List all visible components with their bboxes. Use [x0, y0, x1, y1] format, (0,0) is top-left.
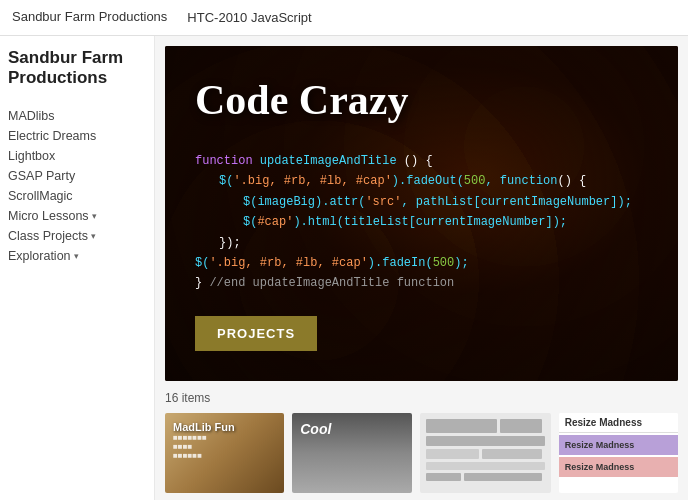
- sidebar-link-madlibs[interactable]: MADlibs: [8, 109, 146, 123]
- hero-banner: Code Crazy function updateImageAndTitle …: [165, 46, 678, 381]
- sidebar-item-micro-lessons[interactable]: Micro Lessons ▾: [8, 209, 146, 223]
- sidebar-link-lightbox[interactable]: Lightbox: [8, 149, 146, 163]
- hero-title: Code Crazy: [195, 76, 408, 124]
- sidebar-brand: Sandbur FarmProductions: [8, 48, 146, 89]
- sidebar-label-electric-dreams: Electric Dreams: [8, 129, 96, 143]
- code-line-5: });: [195, 233, 632, 253]
- sidebar-label-madlibs: MADlibs: [8, 109, 55, 123]
- sidebar-item-scrollmagic[interactable]: ScrollMagic: [8, 189, 146, 203]
- thumb-layout-block: [426, 473, 462, 481]
- thumb-layout-row-4: [426, 462, 545, 470]
- code-line-6: $('.big, #rb, #lb, #cap').fadeIn(500);: [195, 253, 632, 273]
- thumb-layout-block: [426, 462, 545, 470]
- main-layout: Sandbur FarmProductions MADlibs Electric…: [0, 36, 688, 500]
- projects-button[interactable]: PROJECTS: [195, 316, 317, 351]
- sidebar-item-class-projects[interactable]: Class Projects ▾: [8, 229, 146, 243]
- sidebar-link-electric-dreams[interactable]: Electric Dreams: [8, 129, 146, 143]
- thumb-layout-row-3: [426, 449, 545, 459]
- sidebar-link-exploration[interactable]: Exploration ▾: [8, 249, 146, 263]
- exploration-dropdown-arrow: ▾: [74, 251, 79, 261]
- thumb-layout[interactable]: [420, 413, 551, 493]
- thumb-madlib[interactable]: MadLib Fun ■■■■■■■■■■■■■■■■■: [165, 413, 284, 493]
- thumb-resize-bar1: Resize Madness: [559, 435, 678, 455]
- micro-lessons-dropdown-arrow: ▾: [92, 211, 97, 221]
- content-area: Code Crazy function updateImageAndTitle …: [155, 36, 688, 500]
- sidebar-link-gsap-party[interactable]: GSAP Party: [8, 169, 146, 183]
- sidebar-label-gsap-party: GSAP Party: [8, 169, 75, 183]
- code-line-4: $(#cap').html(titleList[currentImageNumb…: [195, 212, 632, 232]
- sidebar-link-micro-lessons[interactable]: Micro Lessons ▾: [8, 209, 146, 223]
- sidebar-item-electric-dreams[interactable]: Electric Dreams: [8, 129, 146, 143]
- sidebar-label-scrollmagic: ScrollMagic: [8, 189, 73, 203]
- sidebar-link-class-projects[interactable]: Class Projects ▾: [8, 229, 146, 243]
- sidebar-link-scrollmagic[interactable]: ScrollMagic: [8, 189, 146, 203]
- header-site-name: Sandbur Farm Productions: [12, 9, 167, 26]
- class-projects-dropdown-arrow: ▾: [91, 231, 96, 241]
- thumb-layout-row-5: [426, 473, 545, 481]
- thumb-madlib-title: MadLib Fun: [173, 421, 235, 433]
- thumb-madlib-subtitle: ■■■■■■■■■■■■■■■■■: [173, 433, 207, 460]
- thumb-cool-title: Cool: [300, 421, 331, 437]
- thumb-resize[interactable]: Resize Madness Resize Madness Resize Mad…: [559, 413, 678, 493]
- sidebar-label-lightbox: Lightbox: [8, 149, 55, 163]
- thumb-cool[interactable]: Cool: [292, 413, 411, 493]
- code-line-2: $('.big, #rb, #lb, #cap').fadeOut(500, f…: [195, 171, 632, 191]
- header: Sandbur Farm Productions HTC-2010 JavaSc…: [0, 0, 688, 36]
- thumb-layout-block: [426, 449, 480, 459]
- sidebar-item-lightbox[interactable]: Lightbox: [8, 149, 146, 163]
- hero-code-block: function updateImageAndTitle () { $('.bi…: [195, 151, 632, 294]
- sidebar-item-gsap-party[interactable]: GSAP Party: [8, 169, 146, 183]
- site-name-text: Sandbur Farm Productions: [12, 9, 167, 24]
- sidebar-label-exploration: Exploration: [8, 249, 71, 263]
- sidebar-label-micro-lessons: Micro Lessons: [8, 209, 89, 223]
- thumb-resize-header: Resize Madness: [559, 413, 678, 433]
- items-count: 16 items: [165, 391, 678, 405]
- code-line-3: $(imageBig).attr('src', pathList[current…: [195, 192, 632, 212]
- thumb-layout-block: [464, 473, 542, 481]
- thumb-layout-block: [482, 449, 542, 459]
- sidebar-item-exploration[interactable]: Exploration ▾: [8, 249, 146, 263]
- sidebar-item-madlibs[interactable]: MADlibs: [8, 109, 146, 123]
- code-line-1: function updateImageAndTitle () {: [195, 151, 632, 171]
- header-page-title: HTC-2010 JavaScript: [187, 10, 311, 25]
- code-line-7: } //end updateImageAndTitle function: [195, 273, 632, 293]
- thumb-layout-block: [426, 419, 498, 433]
- page-title-text: HTC-2010 JavaScript: [187, 10, 311, 25]
- sidebar: Sandbur FarmProductions MADlibs Electric…: [0, 36, 155, 500]
- thumb-layout-row-1: [426, 419, 545, 433]
- sidebar-label-class-projects: Class Projects: [8, 229, 88, 243]
- thumb-resize-bar2: Resize Madness: [559, 457, 678, 477]
- sidebar-nav: MADlibs Electric Dreams Lightbox GSAP Pa…: [8, 109, 146, 263]
- thumb-layout-block: [426, 436, 545, 446]
- thumb-layout-row-2: [426, 436, 545, 446]
- thumb-layout-block: [500, 419, 542, 433]
- thumbnail-grid: MadLib Fun ■■■■■■■■■■■■■■■■■ Cool: [165, 413, 678, 493]
